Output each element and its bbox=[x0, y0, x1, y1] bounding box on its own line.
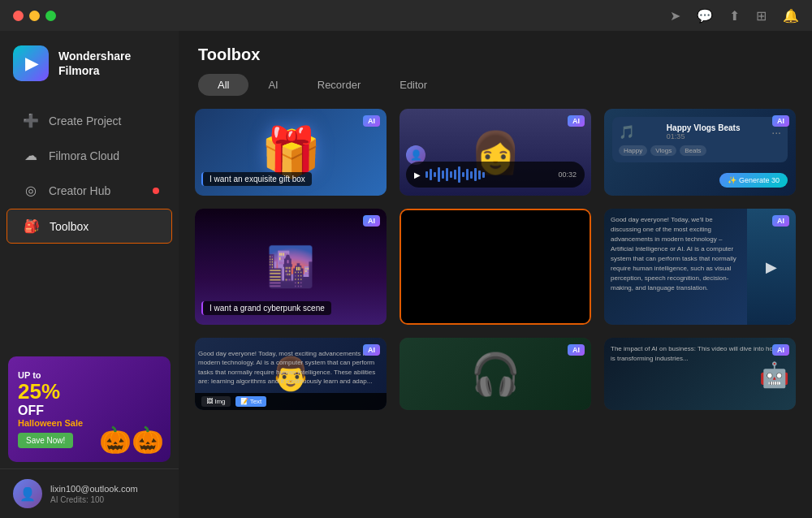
waveform-bar bbox=[466, 169, 469, 180]
filter-tabs: All AI Recorder Editor bbox=[179, 74, 812, 96]
tool-card-ai-impact[interactable]: The impact of AI on business: This video… bbox=[604, 338, 796, 410]
user-avatar: 👤 bbox=[13, 479, 42, 508]
tool-card-ai-voice-cloning[interactable]: 👩 👤 ▶ bbox=[400, 109, 591, 196]
sidebar-item-create-project[interactable]: ➕ Create Project bbox=[6, 104, 172, 137]
promo-banner[interactable]: UP to 25% OFF Halloween Sale Save Now! 🎃… bbox=[8, 356, 171, 462]
ai-podcast-thumbnail: 🎧 AI bbox=[400, 338, 591, 410]
tool-card-ai-image[interactable]: 🌆 I want a grand cyberpunk scene AI AI I… bbox=[195, 209, 387, 325]
waveform-bar bbox=[446, 168, 448, 181]
t2v-text-panel: Good day everyone! Today, we'll be discu… bbox=[604, 209, 747, 325]
user-info: lixin100@outlook.com AI Credits: 100 bbox=[50, 484, 166, 504]
tool-card-ai-sticker[interactable]: 🎁 I want an exquisite gift box AI AI Sti… bbox=[195, 109, 387, 196]
send-icon[interactable]: ➤ bbox=[670, 8, 680, 24]
tool-card-ai-music[interactable]: 🎵 Happy Vlogs Beats 01:35 ··· Happy Vlog… bbox=[604, 109, 796, 196]
generate-button[interactable]: ✨ Generate 30 bbox=[719, 173, 788, 188]
presenter-bottom-bar: 🖼 Img 📝 Text bbox=[195, 393, 387, 410]
ai-badge-music: AI bbox=[772, 115, 789, 127]
ai-badge-image: AI bbox=[363, 215, 380, 227]
main-content: Toolbox All AI Recorder Editor 🎁 I want … bbox=[179, 31, 812, 518]
ai-voice-thumbnail: 👩 👤 ▶ bbox=[400, 109, 591, 196]
app-header: ▶ Wondershare Filmora bbox=[0, 31, 179, 96]
waveform-bar bbox=[430, 169, 432, 180]
waveform-bar bbox=[450, 171, 452, 178]
sidebar-item-toolbox[interactable]: 🎒 Toolbox bbox=[6, 209, 172, 244]
ai-badge-voice: AI bbox=[568, 115, 585, 127]
voice-duration: 00:32 bbox=[558, 171, 577, 179]
ai-badge-impact: AI bbox=[772, 344, 789, 356]
sidebar-item-filmora-cloud[interactable]: ☁ Filmora Cloud bbox=[6, 139, 172, 172]
ai-impact-visual: 🤖 bbox=[759, 360, 789, 388]
music-note-icon: 🎵 bbox=[619, 124, 635, 140]
waveform-bar bbox=[454, 170, 456, 179]
presenter-btn-text: 📝 Text bbox=[235, 396, 267, 407]
ai-image-thumbnail: 🌆 I want a grand cyberpunk scene AI bbox=[195, 209, 387, 325]
filter-tab-editor[interactable]: Editor bbox=[380, 74, 447, 96]
user-credits: AI Credits: 100 bbox=[50, 495, 166, 504]
minimize-button[interactable] bbox=[29, 11, 40, 21]
app-logo: ▶ bbox=[13, 45, 49, 81]
sidebar-item-creator-hub[interactable]: ◎ Creator Hub bbox=[6, 174, 172, 207]
tool-card-ai-text-to-video[interactable]: Good day everyone! Today, we'll be discu… bbox=[604, 209, 796, 325]
app-logo-shape: ▶ bbox=[25, 54, 37, 73]
creator-hub-label: Creator Hub bbox=[49, 184, 110, 197]
waveform-bar bbox=[474, 168, 477, 181]
image-prompt-overlay: I want a grand cyberpunk scene bbox=[201, 301, 331, 315]
filter-tab-recorder[interactable]: Recorder bbox=[298, 74, 380, 96]
toolbox-grid: 🎁 I want an exquisite gift box AI AI Sti… bbox=[179, 109, 812, 518]
ai-badge-sticker: AI bbox=[363, 115, 380, 127]
ai-badge-t2v: AI bbox=[772, 215, 789, 227]
generate-icon: ✨ bbox=[728, 176, 736, 184]
page-title: Toolbox bbox=[198, 45, 793, 64]
sidebar: ▶ Wondershare Filmora ➕ Create Project ☁… bbox=[0, 31, 179, 518]
title-bar-actions: ➤ 💬 ⬆ ⊞ 🔔 bbox=[670, 8, 799, 24]
promo-percent: 25% bbox=[18, 380, 161, 404]
user-email: lixin100@outlook.com bbox=[50, 484, 166, 494]
tool-card-ai-podcast[interactable]: 🎧 AI AI Podcast bbox=[400, 338, 591, 410]
music-more-icon[interactable]: ··· bbox=[771, 126, 781, 139]
t2v-sample-text: Good day everyone! Today, we'll be discu… bbox=[611, 216, 736, 291]
chat-icon[interactable]: 💬 bbox=[697, 8, 713, 24]
close-button[interactable] bbox=[13, 11, 24, 21]
music-card-inner: 🎵 Happy Vlogs Beats 01:35 ··· Happy Vlog… bbox=[612, 117, 788, 162]
t2v-video-panel: ▶ bbox=[747, 209, 796, 325]
presenter-btn-1: 🖼 Img bbox=[201, 396, 231, 407]
creator-hub-badge bbox=[153, 188, 159, 194]
music-tag-happy: Happy bbox=[619, 145, 647, 156]
screen-recorder-label: Screen Recorder bbox=[401, 323, 590, 325]
voice-waveform-overlay: ▶ bbox=[406, 162, 585, 188]
filmora-cloud-label: Filmora Cloud bbox=[49, 149, 119, 162]
generate-label: Generate 30 bbox=[739, 176, 780, 184]
ai-sticker-thumbnail: 🎁 I want an exquisite gift box AI bbox=[195, 109, 387, 196]
promo-save-button[interactable]: Save Now! bbox=[18, 433, 73, 448]
t2v-play-icon: ▶ bbox=[766, 258, 777, 276]
cloud-upload-icon[interactable]: ⬆ bbox=[729, 8, 740, 24]
app-name: Wondershare Filmora bbox=[58, 49, 131, 78]
waveform-bar bbox=[458, 166, 460, 183]
music-title-row: 🎵 Happy Vlogs Beats 01:35 ··· bbox=[619, 123, 781, 140]
waveform-bar bbox=[462, 172, 464, 177]
presenter-text-sample: Good day everyone! Today, most exciting … bbox=[198, 349, 383, 386]
music-tags: Happy Vlogs Beats bbox=[619, 145, 781, 156]
music-info: Happy Vlogs Beats 01:35 bbox=[667, 123, 741, 140]
filter-tab-ai[interactable]: AI bbox=[248, 74, 297, 96]
grid-icon[interactable]: ⊞ bbox=[756, 8, 767, 24]
promo-content: UP to 25% OFF Halloween Sale Save Now! bbox=[8, 362, 171, 456]
traffic-lights bbox=[13, 11, 56, 21]
music-track-duration: 01:35 bbox=[667, 132, 741, 140]
toolbox-icon: 🎒 bbox=[24, 218, 40, 234]
ai-badge-presenter: AI bbox=[363, 344, 380, 356]
ai-badge-podcast: AI bbox=[568, 344, 585, 356]
voice-play-icon: ▶ bbox=[414, 171, 421, 179]
waveform-bars bbox=[425, 166, 553, 183]
maximize-button[interactable] bbox=[45, 11, 56, 21]
tool-card-screen-recorder[interactable]: Screen Recorder bbox=[400, 209, 591, 325]
tool-card-ai-presenter[interactable]: 👨 Good day everyone! Today, most excitin… bbox=[195, 338, 387, 410]
title-bar: ➤ 💬 ⬆ ⊞ 🔔 bbox=[0, 0, 812, 31]
music-tag-beats: Beats bbox=[680, 145, 706, 156]
filter-tab-all[interactable]: All bbox=[198, 74, 248, 96]
promo-off: OFF bbox=[18, 404, 161, 418]
ai-t2v-thumbnail: Good day everyone! Today, we'll be discu… bbox=[604, 209, 796, 325]
ai-impact-thumbnail: The impact of AI on business: This video… bbox=[604, 338, 796, 410]
bell-icon[interactable]: 🔔 bbox=[783, 8, 799, 24]
sticker-prompt-overlay: I want an exquisite gift box bbox=[201, 172, 312, 186]
